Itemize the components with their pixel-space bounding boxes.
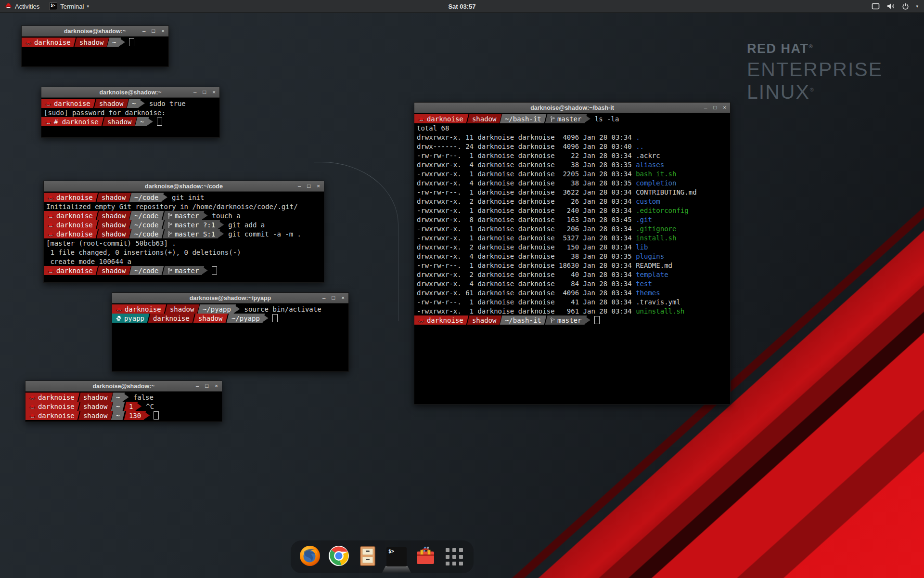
prompt-segment-label: ~ bbox=[132, 100, 136, 107]
maximize-button[interactable]: □ bbox=[203, 90, 206, 95]
terminal-line: -rwxrwxr-x. 1 darknoise darknoise 240 Ja… bbox=[414, 206, 730, 215]
prompt-arrow bbox=[122, 393, 129, 402]
close-button[interactable]: × bbox=[215, 383, 218, 389]
prompt-segment-label: darknoise bbox=[427, 316, 463, 324]
activities-button[interactable]: Activities bbox=[0, 0, 44, 13]
terminal-cursor bbox=[272, 314, 278, 322]
terminal-line: pyappdarknoiseshadow~/pyapp bbox=[112, 314, 348, 323]
close-button[interactable]: × bbox=[723, 105, 726, 111]
maximize-button[interactable]: □ bbox=[713, 105, 717, 111]
terminal-body[interactable]: darknoiseshadow~ bbox=[22, 37, 168, 66]
prompt-segment-label: master bbox=[175, 212, 199, 220]
terminal-window: darknoise@shadow:~–□×darknoiseshadow~sud… bbox=[41, 87, 220, 138]
terminal-line: darknoiseshadow~ bbox=[22, 38, 168, 47]
prompt-segment-label: shadow bbox=[102, 221, 126, 229]
terminal-line: darknoiseshadow~/pyappsource bin/activat… bbox=[112, 304, 348, 314]
clock[interactable]: Sat 03:57 bbox=[448, 3, 475, 10]
prompt-segment-label: darknoise bbox=[56, 230, 93, 238]
terminal-line: darknoiseshadow~/codemaster ?:1git add a bbox=[44, 220, 324, 229]
prompt-segment-label: shadow bbox=[99, 100, 124, 107]
prompt-segment-label: master ?:1 bbox=[175, 221, 215, 229]
terminal-line: drwxrwxr-x. 11 darknoise darknoise 4096 … bbox=[414, 132, 730, 142]
prompt-segment: ~/pyapp bbox=[198, 304, 236, 314]
close-button[interactable]: × bbox=[161, 28, 165, 34]
terminal-cursor bbox=[157, 118, 162, 126]
prompt-arrow bbox=[135, 402, 141, 411]
window-titlebar[interactable]: darknoise@shadow:~/bash-it–□× bbox=[414, 103, 730, 113]
prompt-segment-label: master bbox=[557, 316, 582, 324]
window-titlebar[interactable]: darknoise@shadow:~/code–□× bbox=[44, 181, 324, 192]
prompt-segment-label: darknoise bbox=[54, 100, 90, 107]
maximize-button[interactable]: □ bbox=[152, 28, 155, 34]
dock-item-app-grid[interactable] bbox=[443, 545, 466, 568]
prompt-segment: shadow bbox=[94, 99, 128, 108]
minimize-button[interactable]: – bbox=[193, 90, 196, 95]
ls-entry-meta: -rwxrwxr-x. 1 darknoise darknoise 240 Ja… bbox=[417, 207, 636, 214]
terminal-body[interactable]: darknoiseshadow~/bash-itmasterls -latota… bbox=[414, 113, 730, 404]
prompt-segment-label: shadow bbox=[102, 230, 126, 238]
prompt-arrow bbox=[217, 229, 224, 238]
ls-entry-name: plugins bbox=[636, 252, 664, 260]
terminal-line: -rwxrwxr-x. 1 darknoise darknoise 5327 J… bbox=[414, 233, 730, 242]
ls-entry-meta: -rwxrwxr-x. 1 darknoise darknoise 2205 J… bbox=[417, 170, 636, 178]
app-menu-label: Terminal bbox=[60, 3, 84, 10]
minimize-button[interactable]: – bbox=[142, 28, 145, 34]
minimize-button[interactable]: – bbox=[704, 105, 707, 111]
maximize-button[interactable]: □ bbox=[205, 383, 208, 389]
prompt-segment-label: shadow bbox=[102, 212, 126, 220]
prompt-segment-label: 130 bbox=[129, 412, 141, 420]
dock-item-files[interactable] bbox=[356, 545, 379, 568]
terminal-body[interactable]: darknoiseshadow~falsedarknoiseshadow~1^C… bbox=[26, 392, 222, 421]
activities-label: Activities bbox=[15, 3, 39, 10]
display-icon[interactable] bbox=[872, 3, 880, 10]
prompt-segment-label: shadow bbox=[472, 316, 497, 324]
dock-item-terminal[interactable]: $> bbox=[385, 545, 408, 568]
ls-entry-name: bash_it.sh bbox=[636, 170, 676, 178]
window-title: darknoise@shadow:~ bbox=[99, 89, 161, 96]
terminal-body[interactable]: darknoiseshadow~/codegit initInitialized… bbox=[44, 192, 324, 282]
power-icon[interactable] bbox=[902, 3, 909, 10]
terminal-body[interactable]: darknoiseshadow~/pyappsource bin/activat… bbox=[112, 303, 348, 371]
ls-entry-name: .gitignore bbox=[636, 225, 676, 233]
window-titlebar[interactable]: darknoise@shadow:~–□× bbox=[41, 87, 219, 98]
close-button[interactable]: × bbox=[212, 90, 216, 95]
terminal-line: darknoiseshadow~/codemastertouch a bbox=[44, 211, 324, 220]
maximize-button[interactable]: □ bbox=[307, 184, 310, 189]
window-titlebar[interactable]: darknoise@shadow:~/pyapp–□× bbox=[112, 293, 348, 303]
prompt-segment: pyapp bbox=[112, 314, 150, 323]
volume-icon[interactable] bbox=[886, 3, 895, 10]
dock-item-firefox[interactable] bbox=[298, 545, 321, 568]
prompt-segment-label: shadow bbox=[107, 118, 132, 126]
prompt-segment-label: darknoise bbox=[38, 403, 75, 410]
dock-item-chrome[interactable] bbox=[327, 545, 350, 568]
prompt-segment: shadow bbox=[96, 229, 130, 238]
prompt-segment: ~ bbox=[111, 411, 125, 420]
ls-entry-name: themes bbox=[636, 289, 660, 297]
minimize-button[interactable]: – bbox=[322, 295, 325, 301]
prompt-segment: master S:1 bbox=[163, 229, 220, 238]
terminal-line: darknoiseshadow~/codegit init bbox=[44, 193, 324, 202]
tray-chevron-down-icon[interactable]: ▾ bbox=[916, 4, 918, 9]
maximize-button[interactable]: □ bbox=[332, 295, 335, 301]
minimize-button[interactable]: – bbox=[298, 184, 301, 189]
prompt-segment-label: shadow bbox=[198, 315, 223, 322]
prompt-segment: ~ bbox=[111, 402, 125, 411]
prompt-segment-label: ~ bbox=[112, 39, 116, 46]
dock-item-toolbox[interactable] bbox=[414, 545, 437, 568]
terminal-line: darknoiseshadow~/codemaster bbox=[44, 266, 324, 275]
terminal-line: darknoiseshadow~/bash-itmaster bbox=[414, 315, 730, 325]
ls-entry-name: aliases bbox=[636, 161, 664, 169]
prompt-arrow bbox=[262, 314, 269, 323]
prompt-segment: shadow bbox=[78, 393, 112, 402]
terminal-body[interactable]: darknoiseshadow~sudo true[sudo] password… bbox=[41, 98, 219, 137]
window-titlebar[interactable]: darknoise@shadow:~–□× bbox=[22, 26, 168, 37]
prompt-segment-label: ~/code bbox=[134, 212, 159, 220]
prompt-segment-label: master S:1 bbox=[175, 230, 215, 238]
app-menu-terminal[interactable]: $> Terminal ▾ bbox=[44, 0, 94, 13]
close-button[interactable]: × bbox=[317, 184, 320, 189]
minimize-button[interactable]: – bbox=[196, 383, 199, 389]
window-titlebar[interactable]: darknoise@shadow:~–□× bbox=[26, 381, 222, 392]
prompt-segment-label: darknoise bbox=[125, 305, 161, 313]
terminal-line: # darknoiseshadow~ bbox=[41, 117, 219, 126]
close-button[interactable]: × bbox=[341, 295, 345, 301]
